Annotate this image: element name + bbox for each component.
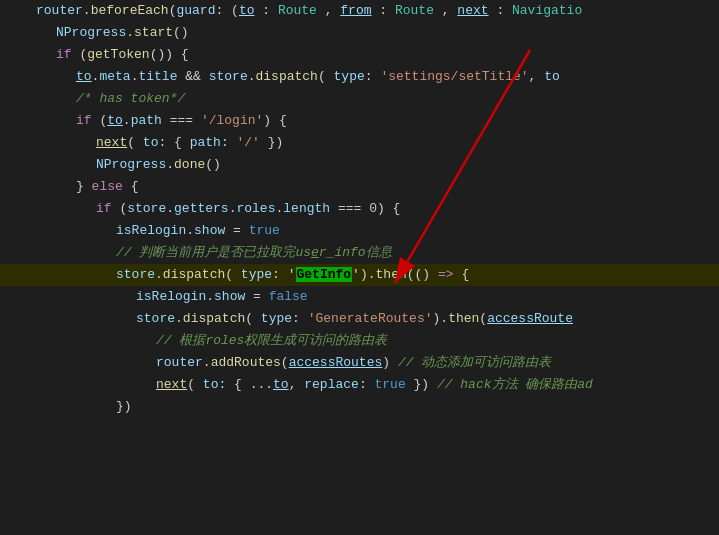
token-route-2: Route [395,3,434,18]
token-comment-cn-3: // 动态添加可访问路由表 [390,355,551,370]
line-content-6: if (to.path === '/login') { [34,110,719,132]
token-next-2: next [156,377,187,392]
code-line-18: next( to: { ...to, replace: true }) // h… [0,374,719,396]
token-start: start [134,25,173,40]
line-content-16: // 根据roles权限生成可访问的路由表 [34,330,719,352]
line-content-9: } else { [34,176,719,198]
code-line-13: store.dispatch( type: 'GetInfo').then(()… [0,264,719,286]
line-content-18: next( to: { ...to, replace: true }) // h… [34,374,719,396]
line-content-8: NProgress.done() [34,154,719,176]
code-line-16: // 根据roles权限生成可访问的路由表 [0,330,719,352]
code-line-1: router.beforeEach(guard: (to : Route , f… [0,0,719,22]
code-line-9: } else { [0,176,719,198]
token-navigation: Navigatio [512,3,582,18]
token-from: from [340,3,371,18]
token-if-2: if [76,113,92,128]
token-next: next [457,3,488,18]
code-line-15: store.dispatch( type: 'GenerateRoutes').… [0,308,719,330]
code-line-19: }) [0,396,719,418]
line-content-19: }) [34,396,719,418]
token-comment-1: /* has token*/ [76,91,185,106]
token-accessroutes-1: accessRoute [487,311,573,326]
code-line-11: isRelogin.show = true [0,220,719,242]
line-content-14: isRelogin.show = false [34,286,719,308]
code-line-2: NProgress.start() [0,22,719,44]
line-content-4: to.meta.title && store.dispatch( type: '… [34,66,719,88]
line-content-7: next( to: { path: '/' }) [34,132,719,154]
token-accessroutes-2: accessRoutes [289,355,383,370]
token-to-2: to [76,69,92,84]
code-line-8: NProgress.done() [0,154,719,176]
code-line-5: /* has token*/ [0,88,719,110]
code-line-14: isRelogin.show = false [0,286,719,308]
token-comment-cn-1: // 判断当前用户是否已拉取完user_info信息 [116,245,392,260]
code-line-6: if (to.path === '/login') { [0,110,719,132]
token-route-1: Route [278,3,317,18]
token-else: else [92,179,123,194]
line-content-2: NProgress.start() [34,22,719,44]
token-comment-cn-2: // 根据roles权限生成可访问的路由表 [156,333,387,348]
line-content-11: isRelogin.show = true [34,220,719,242]
code-editor: router.beforeEach(guard: (to : Route , f… [0,0,719,535]
token-next-1: next [96,135,127,150]
code-line-3: if (getToken()) { [0,44,719,66]
line-content-10: if (store.getters.roles.length === 0) { [34,198,719,220]
code-line-17: router.addRoutes(accessRoutes) // 动态添加可访… [0,352,719,374]
token-dispatch-1: dispatch [256,69,318,84]
line-content-3: if (getToken()) { [34,44,719,66]
token-router: router [36,3,83,18]
line-content-5: /* has token*/ [34,88,719,110]
line-content-13: store.dispatch( type: 'GetInfo').then(()… [34,264,719,286]
line-content-12: // 判断当前用户是否已拉取完user_info信息 [34,242,719,264]
token-gettoken: getToken [87,47,149,62]
line-content-17: router.addRoutes(accessRoutes) // 动态添加可访… [34,352,719,374]
token-getinfo: GetInfo [296,267,353,282]
code-line-7: next( to: { path: '/' }) [0,132,719,154]
token-comment-cn-4: // hack方法 确保路由ad [429,377,593,392]
line-content-1: router.beforeEach(guard: (to : Route , f… [34,0,719,22]
code-line-4: to.meta.title && store.dispatch( type: '… [0,66,719,88]
token-to: to [239,3,255,18]
code-line-12: // 判断当前用户是否已拉取完user_info信息 [0,242,719,264]
line-content-15: store.dispatch( type: 'GenerateRoutes').… [34,308,719,330]
token-beforeeach: beforeEach [91,3,169,18]
code-line-10: if (store.getters.roles.length === 0) { [0,198,719,220]
token-if-1: if [56,47,72,62]
token-nprogress-1: NProgress [56,25,126,40]
